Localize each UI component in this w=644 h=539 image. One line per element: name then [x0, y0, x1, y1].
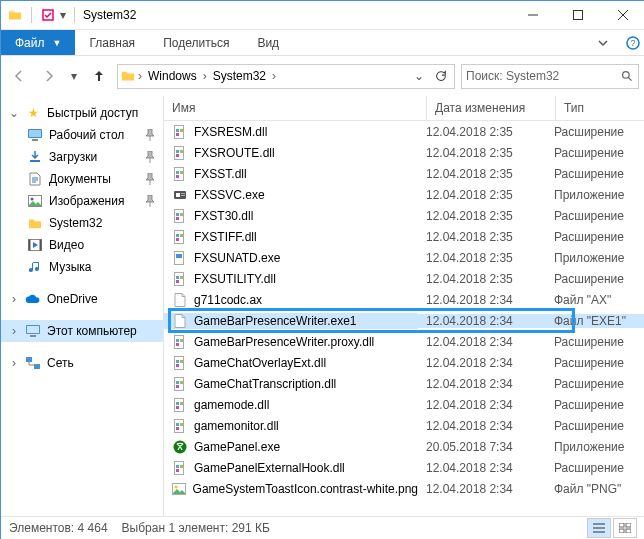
svg-rect-29: [180, 150, 183, 153]
svg-rect-24: [176, 129, 179, 132]
file-name: FXSSVC.exe: [194, 188, 265, 202]
search-input[interactable]: Поиск: System32: [461, 64, 639, 89]
nav-recent-icon[interactable]: ▾: [67, 64, 81, 88]
chevron-right-icon[interactable]: ›: [203, 69, 207, 83]
file-row[interactable]: FXSSVC.exe12.04.2018 2:35Приложение: [164, 184, 644, 205]
ribbon-tab-view[interactable]: Вид: [243, 30, 293, 55]
close-button[interactable]: [600, 1, 644, 29]
chevron-right-icon[interactable]: ›: [272, 69, 276, 83]
svg-rect-21: [26, 357, 32, 362]
file-icon: [172, 334, 188, 350]
svg-rect-16: [29, 240, 31, 251]
sidebar-item[interactable]: Видео: [1, 234, 163, 256]
chevron-right-icon[interactable]: ›: [138, 69, 142, 83]
file-row[interactable]: GameChatTranscription.dll12.04.2018 2:34…: [164, 373, 644, 394]
file-date: 12.04.2018 2:35: [418, 230, 546, 244]
sidebar-item-label: Рабочий стол: [49, 128, 124, 142]
help-icon[interactable]: ?: [621, 30, 644, 55]
sidebar-item[interactable]: Рабочий стол: [1, 124, 163, 146]
file-row[interactable]: GameChatOverlayExt.dll12.04.2018 2:34Рас…: [164, 352, 644, 373]
nav-back-button[interactable]: [7, 64, 31, 88]
file-type: Расширение: [546, 167, 644, 181]
svg-rect-77: [176, 469, 179, 472]
file-name: FXSUNATD.exe: [194, 251, 280, 265]
file-row[interactable]: gamemode.dll12.04.2018 2:34Расширение: [164, 394, 644, 415]
sidebar-item[interactable]: Музыка: [1, 256, 163, 278]
file-row[interactable]: FXSUTILITY.dll12.04.2018 2:35Расширение: [164, 268, 644, 289]
svg-rect-34: [176, 175, 179, 178]
sidebar-item[interactable]: Изображения: [1, 190, 163, 212]
svg-rect-28: [176, 150, 179, 153]
svg-rect-19: [27, 326, 39, 333]
view-details-button[interactable]: [587, 518, 611, 538]
sidebar-this-pc[interactable]: › Этот компьютер: [1, 320, 163, 342]
sidebar-onedrive[interactable]: › OneDrive: [1, 288, 163, 310]
file-date: 12.04.2018 2:35: [418, 146, 546, 160]
address-bar[interactable]: › Windows › System32 › ⌄: [117, 64, 455, 89]
pin-icon: [145, 151, 155, 163]
maximize-button[interactable]: [555, 1, 600, 29]
file-row[interactable]: GameBarPresenceWriter.exe112.04.2018 2:3…: [164, 310, 644, 331]
file-row[interactable]: GamePanel.exe20.05.2018 7:34Приложение: [164, 436, 644, 457]
file-date: 12.04.2018 2:34: [418, 482, 546, 496]
column-date[interactable]: Дата изменения: [427, 96, 556, 120]
file-row[interactable]: FXSST.dll12.04.2018 2:35Расширение: [164, 163, 644, 184]
file-row[interactable]: GameBarPresenceWriter.proxy.dll12.04.201…: [164, 331, 644, 352]
file-icon: [172, 250, 188, 266]
file-row[interactable]: FXST30.dll12.04.2018 2:35Расширение: [164, 205, 644, 226]
sidebar-quick-access[interactable]: ⌄ ★ Быстрый доступ: [1, 102, 163, 124]
column-type[interactable]: Тип: [556, 96, 644, 120]
address-dropdown-icon[interactable]: ⌄: [410, 69, 428, 83]
nav-up-button[interactable]: [87, 64, 111, 88]
file-row[interactable]: g711codc.ax12.04.2018 2:34Файл "AX": [164, 289, 644, 310]
qat-properties-icon[interactable]: [40, 9, 56, 21]
file-date: 12.04.2018 2:34: [418, 293, 546, 307]
svg-rect-10: [29, 130, 41, 137]
file-type: Расширение: [546, 461, 644, 475]
refresh-icon[interactable]: [430, 69, 452, 83]
file-row[interactable]: FXSRESM.dll12.04.2018 2:35Расширение: [164, 121, 644, 142]
file-icon: [172, 208, 188, 224]
file-icon: [172, 124, 188, 140]
svg-rect-83: [619, 523, 624, 527]
svg-rect-62: [176, 381, 179, 384]
minimize-button[interactable]: [510, 1, 555, 29]
file-row[interactable]: FXSUNATD.exe12.04.2018 2:35Приложение: [164, 247, 644, 268]
sidebar-item[interactable]: Документы: [1, 168, 163, 190]
breadcrumb-item[interactable]: Windows: [144, 69, 201, 83]
sidebar-item[interactable]: Загрузки: [1, 146, 163, 168]
view-icons-button[interactable]: [613, 518, 637, 538]
ribbon-tab-home[interactable]: Главная: [75, 30, 149, 55]
ribbon-tab-file[interactable]: Файл▼: [1, 30, 75, 55]
svg-rect-66: [176, 402, 179, 405]
svg-rect-33: [180, 171, 183, 174]
file-row[interactable]: GamePanelExternalHook.dll12.04.2018 2:34…: [164, 457, 644, 478]
svg-rect-56: [176, 343, 179, 346]
breadcrumb-item[interactable]: System32: [209, 69, 270, 83]
file-date: 12.04.2018 2:35: [418, 272, 546, 286]
svg-rect-86: [626, 529, 631, 533]
file-row[interactable]: gamemonitor.dll12.04.2018 2:34Расширение: [164, 415, 644, 436]
svg-rect-50: [176, 276, 179, 279]
onedrive-icon: [25, 291, 41, 307]
qat-dropdown-icon[interactable]: ▾: [60, 8, 66, 22]
svg-rect-37: [181, 193, 185, 194]
file-row[interactable]: FXSROUTE.dll12.04.2018 2:35Расширение: [164, 142, 644, 163]
ribbon-tab-share[interactable]: Поделиться: [149, 30, 243, 55]
file-type: Приложение: [546, 188, 644, 202]
nav-forward-button[interactable]: [37, 64, 61, 88]
svg-rect-64: [176, 385, 179, 388]
documents-icon: [27, 171, 43, 187]
computer-icon: [25, 323, 41, 339]
sidebar-item-label: Загрузки: [49, 150, 97, 164]
column-name[interactable]: Имя: [164, 96, 427, 120]
file-row[interactable]: FXSTIFF.dll12.04.2018 2:35Расширение: [164, 226, 644, 247]
sidebar-item[interactable]: System32: [1, 212, 163, 234]
file-row[interactable]: GameSystemToastIcon.contrast-white.png12…: [164, 478, 644, 499]
file-icon: [172, 397, 188, 413]
sidebar-network[interactable]: › Сеть: [1, 352, 163, 374]
svg-rect-38: [181, 195, 185, 196]
ribbon-expand-icon[interactable]: [585, 30, 621, 55]
titlebar: ▾ System32: [1, 1, 644, 30]
file-name: GamePanel.exe: [194, 440, 280, 454]
